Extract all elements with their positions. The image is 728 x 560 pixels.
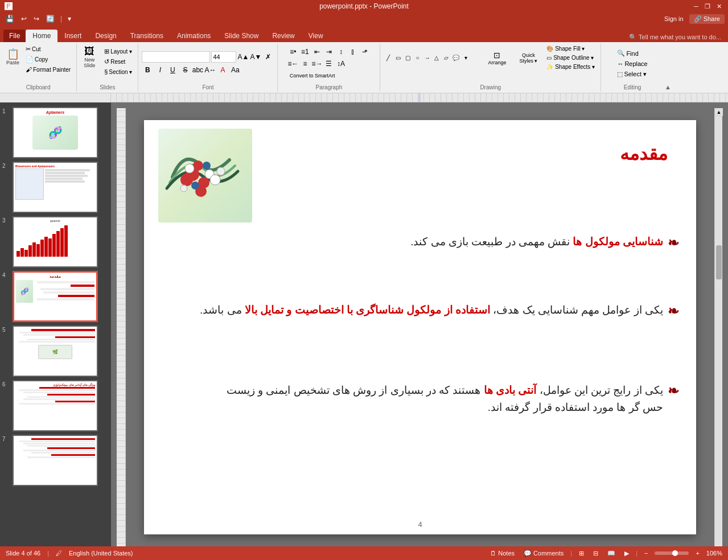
clear-format-button[interactable]: ✗ (262, 51, 274, 63)
notes-button[interactable]: 🗒 Notes (488, 549, 517, 558)
comments-button[interactable]: 💬 Comments (521, 549, 566, 558)
shape-oval[interactable]: ○ (413, 53, 422, 63)
tab-design[interactable]: Design (88, 30, 123, 42)
shape-rounded-rect[interactable]: ▢ (403, 53, 412, 63)
repeat-qa-button[interactable]: 🔄 (44, 14, 57, 24)
tab-transitions[interactable]: Transitions (124, 30, 170, 42)
tab-home[interactable]: Home (26, 30, 57, 42)
paste-button[interactable]: 📋 Paste (3, 44, 22, 70)
select-button[interactable]: ⬚Select ▾ (615, 69, 649, 79)
save-qa-button[interactable]: 💾 (3, 14, 17, 24)
normal-view-button[interactable]: ⊞ (577, 549, 586, 558)
align-right-button[interactable]: ≡→ (311, 58, 323, 69)
replace-button[interactable]: ↔Replace (615, 59, 649, 68)
slide-sorter-button[interactable]: ⊟ (591, 549, 601, 558)
tab-view[interactable]: View (302, 30, 330, 42)
shape-outline-button[interactable]: ▭ Shape Outline ▾ (544, 53, 597, 62)
slide-thumb-img-3[interactable]: aptamer (13, 216, 98, 267)
numbering-button[interactable]: ≡1 (299, 46, 311, 57)
font-size-input[interactable]: 44 (211, 51, 236, 63)
slide-thumb-img-1[interactable]: Aptamers 🧬 (13, 107, 98, 158)
align-text-button[interactable]: ↕A (335, 58, 347, 69)
slide-thumb-img-2[interactable]: Biosensors and Aptasensors (13, 162, 98, 213)
italic-button[interactable]: I (154, 64, 166, 76)
shape-parallelogram[interactable]: ▱ (442, 53, 451, 63)
slide-thumb-6[interactable]: 6 ویژگی های آپتامر های بیوتکنولوژی (2, 380, 109, 431)
v-scroll-thumb[interactable] (716, 245, 722, 279)
slide-thumb-2[interactable]: 2 Biosensors and Aptasensors (2, 162, 109, 213)
slide-thumb-1[interactable]: 1 Aptamers 🧬 (2, 107, 109, 158)
slide-thumb-img-7[interactable] (13, 435, 98, 486)
tab-slideshow[interactable]: Slide Show (217, 30, 265, 42)
char-spacing-button[interactable]: A↔ (204, 64, 216, 76)
align-center-button[interactable]: ≡ (299, 58, 311, 69)
copy-button[interactable]: 📄Copy (23, 55, 73, 64)
format-painter-button[interactable]: 🖌Format Painter (23, 65, 73, 74)
columns-button[interactable]: ⫿ (347, 46, 359, 57)
slide-thumb-7[interactable]: 7 (2, 435, 109, 486)
font-color-button[interactable]: A (217, 64, 228, 76)
convert-smartart-button[interactable]: Convert to SmartArt (287, 70, 338, 81)
customize-qa-button[interactable]: ▾ (65, 14, 73, 24)
layout-button[interactable]: ⊞Layout ▾ (102, 47, 134, 56)
quick-styles-button[interactable]: Quick Styles ▾ (514, 50, 542, 67)
case-button[interactable]: Aa (229, 64, 241, 76)
slide-thumb-img-5[interactable]: 🌿 (13, 326, 98, 377)
line-spacing-button[interactable]: ↕ (335, 46, 347, 57)
increase-font-button[interactable]: A▲ (237, 51, 249, 63)
scroll-up-button[interactable]: ▲ (715, 108, 723, 116)
underline-button[interactable]: U (167, 64, 178, 76)
slide-canvas[interactable]: مقدمه ❧ شناسایی مولکول ها نقش مهمی در طب… (144, 120, 696, 534)
shape-effects-button[interactable]: ✨ Shape Effects ▾ (544, 63, 597, 71)
arrange-button[interactable]: ⊡ Arrange (483, 49, 511, 67)
find-button[interactable]: 🔍Find (615, 48, 640, 58)
shape-arrow[interactable]: → (422, 53, 431, 63)
text-direction-button[interactable]: ⬏ (359, 46, 371, 57)
strikethrough-button[interactable]: S (179, 64, 191, 76)
section-button[interactable]: §Section ▾ (102, 67, 134, 76)
decrease-font-button[interactable]: A▼ (250, 51, 261, 63)
reading-view-button[interactable]: 📖 (605, 549, 618, 558)
ribbon-expand-button[interactable]: ▲ (665, 84, 671, 90)
tab-file[interactable]: File (3, 30, 26, 42)
font-name-input[interactable] (142, 51, 210, 63)
decrease-indent-button[interactable]: ⇤ (311, 46, 323, 57)
bullets-button[interactable]: ≡• (287, 46, 299, 57)
tab-review[interactable]: Review (265, 30, 301, 42)
redo-qa-button[interactable]: ↪ (31, 14, 42, 24)
undo-qa-button[interactable]: ↩ (19, 14, 29, 24)
slideshow-button[interactable]: ▶ (622, 549, 631, 558)
reset-button[interactable]: ↺Reset (102, 57, 134, 67)
align-left-button[interactable]: ≡← (287, 58, 299, 69)
justify-button[interactable]: ☰ (323, 58, 335, 69)
slide-thumb-img-6[interactable]: ویژگی های آپتامر های بیوتکنولوژی (13, 380, 98, 431)
vertical-scrollbar[interactable]: ▲ ▼ (714, 108, 722, 554)
shape-rect[interactable]: ▭ (393, 53, 402, 63)
zoom-slider[interactable] (655, 551, 689, 555)
increase-indent-button[interactable]: ⇥ (323, 46, 335, 57)
shadow-button[interactable]: abc (192, 64, 203, 76)
close-button[interactable]: ✕ (714, 2, 723, 10)
new-slide-button[interactable]: 🖼 NewSlide (80, 44, 98, 70)
slide-thumb-4[interactable]: 4 مقدمه � (2, 271, 109, 322)
zoom-slider-thumb[interactable] (672, 550, 678, 556)
slide-thumb-3[interactable]: 3 aptamer (2, 216, 109, 267)
minimize-button[interactable]: ─ (692, 2, 701, 10)
shape-triangle[interactable]: △ (432, 53, 441, 63)
shape-fill-button[interactable]: 🎨 Shape Fill ▾ (544, 44, 597, 53)
slide-thumb-5[interactable]: 5 🌿 (2, 326, 109, 377)
tab-insert[interactable]: Insert (57, 30, 88, 42)
slide-thumb-img-4[interactable]: مقدمه 🧬 (13, 271, 98, 322)
zoom-out-button[interactable]: − (642, 549, 650, 558)
restore-button[interactable]: ❐ (703, 2, 712, 10)
signin-button[interactable]: Sign in (662, 14, 686, 23)
shape-line[interactable]: ╱ (384, 53, 393, 63)
shape-more[interactable]: ▾ (461, 53, 470, 63)
cut-button[interactable]: ✂Cut (23, 44, 73, 54)
zoom-in-button[interactable]: + (693, 549, 701, 558)
bold-button[interactable]: B (142, 64, 153, 76)
tab-animations[interactable]: Animations (170, 30, 217, 42)
shape-callout[interactable]: 💬 (451, 53, 460, 63)
tell-me-button[interactable]: 🔍 Tell me what you want to do... (627, 32, 723, 42)
share-button[interactable]: 🔗 Share (689, 14, 725, 24)
